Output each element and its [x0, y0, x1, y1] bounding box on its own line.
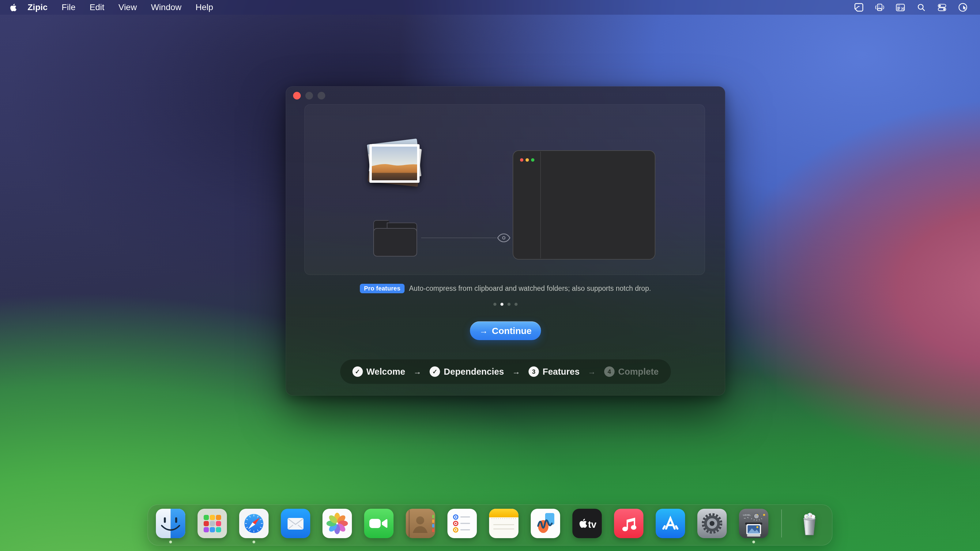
connector-line [421, 238, 496, 238]
mock-minimize-icon [525, 158, 529, 162]
step-check-icon: ✓ [352, 367, 363, 377]
running-indicator [253, 541, 255, 543]
trash-full-icon [795, 509, 824, 538]
notes-icon [489, 509, 519, 538]
menu-bar: Zipic File Edit View Window Help [0, 0, 980, 15]
watched-folder-icon [373, 220, 417, 257]
photo-front [369, 144, 420, 183]
app-store-icon [656, 509, 685, 538]
step-complete: 4 Complete [604, 367, 659, 377]
carousel-dot-4[interactable] [514, 303, 517, 306]
arrow-right-icon: → [479, 326, 488, 336]
dock-item-app-store[interactable] [656, 509, 685, 538]
feature-caption-text: Auto-compress from clipboard and watched… [409, 284, 651, 293]
system-settings-icon [697, 509, 727, 538]
watch-eye-icon [496, 232, 511, 243]
dock-item-system-settings[interactable] [697, 509, 727, 538]
dock-item-zipic[interactable]: LEVEL [739, 509, 768, 538]
dock-item-mail[interactable] [281, 509, 310, 538]
dock-item-apple-tv[interactable]: tv [573, 509, 602, 538]
facetime-icon [364, 509, 393, 538]
dock-item-safari[interactable] [239, 509, 269, 538]
app-menu-zipic[interactable]: Zipic [21, 0, 54, 15]
freeform-icon [531, 509, 560, 538]
step-dependencies: ✓ Dependencies [430, 367, 504, 377]
dock-item-photos[interactable] [323, 509, 352, 538]
zipic-icon: LEVEL [739, 509, 768, 538]
step-arrow-icon: → [414, 367, 422, 376]
photo-motion-icon[interactable] [874, 2, 885, 13]
step-features: 3 Features [528, 367, 580, 377]
desktop: { "menu_bar": { "apple_icon": "apple-log… [0, 0, 980, 551]
running-indicator [752, 541, 755, 543]
apple-tv-icon: tv [573, 509, 602, 538]
step-number-icon: 3 [528, 367, 539, 377]
menu-window[interactable]: Window [144, 0, 189, 15]
contacts-icon [406, 509, 435, 538]
zoom-button[interactable] [318, 92, 325, 100]
reminders-icon [447, 509, 477, 538]
dock-item-facetime[interactable] [364, 509, 393, 538]
menu-help[interactable]: Help [189, 0, 221, 15]
photo-stack-icon [366, 140, 423, 187]
carousel-dot-3[interactable] [508, 303, 511, 306]
dock-separator [781, 510, 782, 538]
svg-text:tv: tv [588, 519, 597, 530]
dock-item-contacts[interactable] [406, 509, 435, 538]
dock-item-music[interactable] [614, 509, 643, 538]
dock-item-reminders[interactable] [447, 509, 477, 538]
menu-file[interactable]: File [54, 0, 83, 15]
carousel-dot-2-active[interactable] [500, 303, 503, 306]
step-check-icon: ✓ [430, 367, 440, 377]
dock-item-freeform[interactable] [531, 509, 560, 538]
apple-logo-icon [10, 3, 17, 12]
step-welcome: ✓ Welcome [352, 367, 405, 377]
music-icon [614, 509, 643, 538]
feature-illustration-panel [304, 105, 705, 275]
photos-icon [323, 509, 352, 538]
svg-text:⌘: ⌘ [901, 7, 904, 11]
mock-zoom-icon [531, 158, 535, 162]
dock-item-finder[interactable] [156, 509, 185, 538]
dock-item-launchpad[interactable] [197, 509, 227, 538]
menu-bar-status: ⌘ [853, 0, 980, 15]
step-arrow-icon: → [512, 367, 520, 376]
cursor-circle-icon[interactable] [957, 2, 968, 13]
menu-edit[interactable]: Edit [83, 0, 111, 15]
command-window-icon[interactable]: ⌘ [895, 2, 906, 13]
dock-item-trash[interactable] [795, 509, 824, 538]
step-arrow-icon: → [588, 367, 596, 376]
step-number-icon: 4 [604, 367, 615, 377]
safari-icon [239, 509, 269, 538]
mock-close-icon [520, 158, 523, 162]
launchpad-icon [197, 509, 227, 538]
minimize-button[interactable] [305, 92, 313, 100]
control-center-icon[interactable] [937, 2, 948, 13]
mail-icon [281, 509, 310, 538]
spotlight-search-icon[interactable] [916, 2, 927, 13]
continue-button[interactable]: → Continue [470, 321, 541, 340]
menu-view[interactable]: View [111, 0, 144, 15]
continue-button-label: Continue [492, 326, 531, 336]
close-button[interactable] [293, 92, 301, 100]
app-window-mockup [513, 150, 655, 260]
running-indicator [169, 541, 172, 543]
zipic-onboarding-window: Pro features Auto-compress from clipboar… [286, 86, 725, 395]
finder-icon [156, 509, 185, 538]
dock: tv [148, 505, 832, 546]
onboarding-steps: ✓ Welcome → ✓ Dependencies → 3 Features … [340, 359, 671, 384]
feature-caption: Pro features Auto-compress from clipboar… [286, 284, 725, 293]
window-controls [293, 92, 325, 100]
apple-menu[interactable] [0, 3, 21, 12]
carousel-dots [286, 303, 725, 306]
dock-item-notes[interactable] [489, 509, 519, 538]
svg-text:LEVEL: LEVEL [743, 514, 751, 516]
carousel-dot-1[interactable] [493, 303, 496, 306]
mockup-traffic-lights [520, 158, 535, 162]
menu-bar-left: Zipic File Edit View Window Help [0, 0, 220, 15]
zipic-menubar-icon[interactable] [853, 2, 864, 13]
mockup-sidebar-divider [540, 151, 541, 258]
pro-features-badge: Pro features [360, 284, 404, 293]
